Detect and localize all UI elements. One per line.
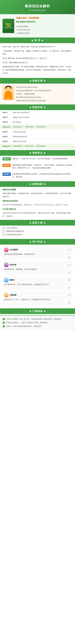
target-bullet-1	[2, 230, 5, 232]
tagline-main: 教材全解助力英语夺高分	[16, 20, 73, 24]
review-text-1: 老师发音标准，讲解细致，孩子很快就听懂了	[4, 268, 71, 271]
notice-num-1: 2	[2, 322, 5, 324]
review-time-2: 3天前	[67, 279, 71, 281]
tagline-accent: 有趣又有用，好玩易听懂	[16, 17, 73, 20]
gains-title-1: 课内知识有有所发	[2, 200, 73, 202]
unit-desc: 单词短语复习、句型语法复习、语音知识复习	[13, 145, 73, 147]
foreword-para4: 没关系，教材全解析给你指点江山。	[2, 61, 73, 64]
tagline-1: ✦ 携手英语课堂	[16, 25, 73, 28]
gains-icon-left: ◆	[30, 183, 31, 185]
unit-desc: 单词短语复习、句型语法复习、语音知识复习	[13, 126, 73, 128]
foreword-para2: 小升初的孩子，英语提升飞涨，课难度，课难到令人叹为观止，让人回忆不去，家长也是愁…	[2, 50, 73, 56]
highlight-content-2: 从多重角度详细地讲解词汇的同时，介绍相关知识延伸与拓展知识和文化背景知识，增长见…	[12, 172, 73, 178]
table-row[interactable]: Unit 2 Ways to go to school	[0, 115, 75, 120]
intro-section: 教材知识全解析语法语音全攻克 有趣又有用，好玩易听懂 教材全解助力英语夺高分 ✦…	[0, 14, 75, 38]
list-item: 3 订购过中，如有任何建议问题欢迎发分，请联系理员。	[2, 325, 73, 328]
thumbs-up-icon: 👍	[68, 272, 70, 273]
tagline-2: ✦ 助力学习讲方法	[16, 28, 73, 32]
table-row[interactable]: Unit 3 My friends	[0, 120, 75, 124]
teacher-info-3: 善于帮助学生送这淡淡让学习要点	[16, 96, 73, 99]
notice-text-2: 订购过中，如有任何建议问题欢迎发分，请联系理员。	[6, 325, 43, 328]
teacher-info-0: 多伦多大学语言学硕士毕业生	[16, 86, 73, 89]
gains-title-0: 教材知识全覆盖	[2, 188, 73, 191]
gains-text-1: 对学习每个单词的构的发生，用以义义义，让词汇词义义义义义义义义—提升三元一词义。	[2, 203, 73, 206]
highlight-content-0: 讲授词汇，生动的词汇学习方法，拆分单单词的发音，总结归纳按套路规律	[12, 157, 73, 160]
review-likes-1: 👍 2	[4, 272, 71, 273]
reviews-header: ◆ 用户评价 ◆	[0, 239, 75, 244]
table-row[interactable]: Unit 1 How can I get there?	[0, 110, 75, 115]
table-row[interactable]: Unit 5 What does he do?	[0, 134, 75, 139]
gains-header: ◆ 课程收获 ◆	[0, 181, 75, 187]
avatar: 悦	[4, 262, 9, 267]
gains-section: 教材知识全覆盖 教材全解析全覆盖，在把握材料讲讲、讲述的前提讲讲，开讲解答课课课…	[0, 188, 75, 220]
review-likes-0: 👍 3	[4, 256, 71, 258]
review-text-3: 我家孩子从上了这个，成绩高无不飞；都是愿意主动学习英语了	[4, 298, 71, 301]
highlights-label: 课程亮点	[32, 151, 43, 154]
teacher-avatar: Helle	[2, 86, 14, 100]
notice-icon-right: ◆	[44, 310, 45, 312]
teacher-info-1: 具有多年英语教学经验，线上线下教学经验丰富	[16, 89, 73, 92]
teacher-info-4: 历教学生有多名考入清华北大等985高校	[16, 99, 73, 102]
gains-text-2: 英语法没有语法的义常识文化知识到研究英语、帮助大家提高学习兴趣，真正做到理解与解…	[2, 212, 73, 218]
review-name-2: 懒家伙	[10, 279, 15, 281]
foreword-para5: 跟助讲刷发音技巧理解，深入剖析语法规律，延伸拓展外知识，把握细节技巧于学子，不仅…	[2, 65, 73, 75]
tagline-3: ✦ 高效提分有诀窍	[16, 32, 73, 35]
list-item: 悦 悦享奇景 2天前 老师发音标准，讲解细致，孩子很快就听懂了 👍 2	[2, 261, 73, 275]
foreword-section: 发音不标准，语法不准，题目不会做，考试总是为分你家宝贝中招了吗？ 小升初的孩子，…	[0, 43, 75, 78]
list-item: 懒 懒家伙 3天前 这个课程特别好，孩子在家也想学英语，都是愿意主动学习了 👍 …	[2, 276, 73, 290]
target-bullet-2	[2, 234, 5, 236]
highlight-tag-1: 拓展实用	[2, 164, 11, 167]
review-time-1: 2天前	[67, 264, 71, 266]
header: 教材知识全解析 语法语音全攻克	[0, 0, 75, 14]
foreword-icon-right: ◆	[42, 39, 43, 42]
highlights-icon-left: ◆	[30, 152, 31, 154]
notice-text-1: 本课程为虚拟商品，一经购买一般情况不可退课，请审慎购买。	[6, 321, 49, 324]
list-item: 听不懂语音语法的学生	[2, 234, 73, 236]
teacher-section: Helle 多伦多大学语言学硕士毕业生 具有多年英语教学经验，线上线下教学经验丰…	[0, 84, 75, 104]
book-cover: 教材知识全解析语法语音全攻克	[2, 19, 14, 33]
review-name-0: 仙仙爱影影	[10, 248, 18, 251]
unit-label: Unit 6	[2, 140, 13, 142]
target-label: 适用人群	[32, 221, 43, 224]
taglines: 有趣又有用，好玩易听懂 教材全解助力英语夺高分 ✦ 携手英语课堂 ✦ 助力学习讲…	[16, 17, 73, 35]
avatar: 仙	[4, 248, 9, 252]
teacher-icon-right: ◆	[44, 80, 45, 82]
teacher-info-2: 平易近人，授课条理清晰	[16, 92, 73, 96]
highlight-content-1: 细讲讲解如何应用实验单词，词语和句子，让孩子在课题、全局的题目上到到别的同时，帮…	[12, 164, 73, 169]
page-subtitle: 语法语音全攻克	[2, 9, 73, 12]
reviews-icon-left: ◆	[30, 240, 31, 243]
table-row[interactable]: Recycle 1 单词短语复习、句型语法复习、语音知识复习	[0, 124, 75, 130]
table-row[interactable]: Unit 4 I have a pen pal	[0, 130, 75, 134]
notice-icon-left: ◆	[30, 310, 31, 312]
curriculum-section: Unit 1 How can I get there? Unit 2 Ways …	[0, 110, 75, 150]
foreword-para1: 发音不标准，语法不准，题目不会做，考试总是为分你家宝贝中招了吗？	[2, 45, 73, 48]
unit-desc: I have a pen pal	[13, 131, 73, 133]
gains-label: 课程收获	[32, 182, 43, 186]
notice-label: 订阅须知	[32, 310, 43, 313]
unit-desc: My friends	[13, 121, 73, 123]
foreword-header: ◆ 前 言 ◆	[0, 38, 75, 43]
table-row[interactable]: Recycle 2 单词短语复习、句型语法复习、语音知识复习	[0, 144, 75, 149]
unit-desc: Ways to go to school	[13, 116, 73, 118]
list-item: 仙 仙仙爱影影 2天前 希望有更多同类型的课程，会继续支持的 👍 3	[2, 246, 73, 260]
review-likes-2: 👍 1	[4, 287, 71, 288]
foreword-label: 前 言	[34, 39, 40, 42]
teacher-header: ◆ 老师介绍 ◆	[0, 78, 75, 84]
review-name-3: 清晨薄雾	[10, 294, 16, 296]
table-row[interactable]: Unit 6 How do you feel?	[0, 139, 75, 144]
avatar: 懒	[4, 278, 9, 282]
target-header: ◆ 适用人群 ◆	[0, 220, 75, 226]
curriculum-label: 课程内容	[32, 106, 43, 109]
foreword-para3: 孩子上课听不懂，家长课下辅导帮助也无从下手，该怎么办？	[2, 57, 73, 60]
unit-desc: How do you feel?	[13, 140, 73, 142]
unit-label: Recycle 1	[2, 126, 13, 128]
target-text-1: 需要提高英语成绩的学生	[6, 230, 24, 232]
unit-label: Recycle 2	[2, 145, 13, 147]
review-name-1: 悦享奇景	[10, 264, 16, 266]
teacher-icon-left: ◆	[30, 80, 31, 82]
list-item: 1 本内容为付费课程，购买一经订购，可有效勤助您更好了解使用语音，请审慎购买。	[2, 318, 73, 320]
unit-label: Unit 2	[2, 116, 13, 118]
curriculum-icon-left: ◆	[30, 106, 31, 108]
teacher-name: Helle	[7, 98, 10, 99]
foreword-icon-left: ◆	[32, 39, 33, 42]
